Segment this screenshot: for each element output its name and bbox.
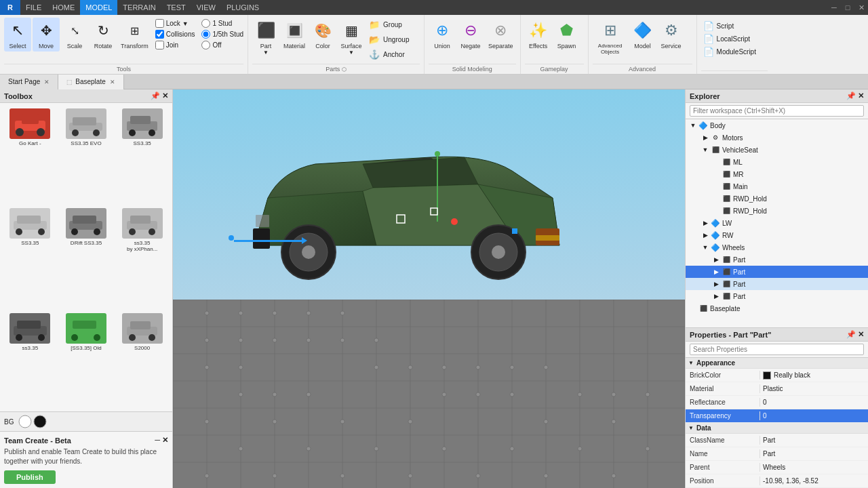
tab-close-start-page[interactable]: ✕ <box>44 79 50 85</box>
viewport[interactable] <box>173 89 685 488</box>
local-script-button[interactable]: 📄 LocalScript <box>701 33 752 45</box>
explorer-pin-button[interactable]: 📌 <box>846 92 856 100</box>
toolbox-item-ss335b[interactable]: SS3.35 <box>3 205 58 310</box>
tree-item-body[interactable]: ▼ 🔷 Body <box>686 119 868 131</box>
position-value[interactable]: -10.98, 1.36, -8.52 <box>760 476 868 485</box>
module-script-button[interactable]: 📄 ModuleScript <box>701 46 758 58</box>
ml-expand[interactable] <box>711 157 721 167</box>
effects-button[interactable]: ✨ Effects <box>525 18 552 52</box>
toolbox-item-ss335c[interactable]: ss3.35 <box>3 310 58 409</box>
tree-item-ml[interactable]: ⬛ ML <box>686 156 868 168</box>
menu-item-view[interactable]: VIEW <box>191 0 221 15</box>
toolbox-item-old[interactable]: [SS3.35] Old <box>59 310 114 409</box>
stud-1-radio[interactable]: 1 Stud <box>201 19 243 28</box>
tree-item-lw[interactable]: ▶ 🔷 LW <box>686 217 868 229</box>
negate-button[interactable]: ⊖ Negate <box>457 18 484 52</box>
tree-item-part1[interactable]: ▶ ⬛ Part <box>686 253 868 266</box>
stud-off-radio[interactable]: Off <box>201 41 243 49</box>
explorer-close-button[interactable]: ✕ <box>858 92 864 100</box>
toolbox-item-ss335a[interactable]: SS3.35 <box>115 106 170 204</box>
collisions-checkbox[interactable]: Collisions <box>155 30 195 39</box>
properties-search-input[interactable] <box>690 344 864 355</box>
tree-item-motors[interactable]: ▶ ⚙ Motors <box>686 131 868 144</box>
parent-value[interactable]: Wheels <box>760 463 868 472</box>
team-create-close[interactable]: ✕ <box>162 436 168 444</box>
main-expand[interactable] <box>711 182 721 191</box>
model-button[interactable]: 🔷 Model <box>629 18 656 52</box>
data-section-header[interactable]: ▼ Data <box>686 423 868 434</box>
toolbox-item-gokart[interactable]: Go Kart - <box>3 106 58 204</box>
scale-button[interactable]: ⤡ Scale <box>61 18 88 52</box>
tree-item-part3[interactable]: ▶ ⬛ Part <box>686 278 868 290</box>
menu-item-file[interactable]: FILE <box>20 0 47 15</box>
tree-item-part2[interactable]: ▶ ⬛ Part <box>686 266 868 278</box>
appearance-section-header[interactable]: ▼ Appearance <box>686 358 868 369</box>
toolbox-item-drift[interactable]: DRift SS3.35 <box>59 205 114 310</box>
bg-black-circle[interactable] <box>33 414 47 429</box>
menu-item-model[interactable]: MODEL <box>80 0 117 15</box>
tree-item-wheels[interactable]: ▼ 🔷 Wheels <box>686 241 868 253</box>
script-button[interactable]: 📄 Script <box>701 20 736 32</box>
close-button[interactable]: ✕ <box>854 0 868 15</box>
tree-item-rwd-hold2[interactable]: ⬛ RWD_Hold <box>686 205 868 217</box>
tree-item-main[interactable]: ⬛ Main <box>686 180 868 192</box>
material-button[interactable]: 🔳 Material <box>281 18 308 52</box>
transform-button[interactable]: ⊞ Transform <box>118 18 151 52</box>
spawn-button[interactable]: ⬟ Spawn <box>553 18 580 52</box>
ungroup-button[interactable]: 📂 Ungroup <box>366 33 411 46</box>
publish-button[interactable]: Publish <box>4 470 56 484</box>
join-checkbox[interactable]: Join <box>155 41 195 49</box>
lock-checkbox[interactable]: Lock ▼ <box>155 19 195 28</box>
part4-expand[interactable]: ▶ <box>711 291 721 301</box>
body-expand[interactable]: ▼ <box>688 121 698 130</box>
menu-item-home[interactable]: HOME <box>47 0 80 15</box>
classname-value[interactable]: Part <box>760 436 868 445</box>
tab-close-baseplate[interactable]: ✕ <box>110 79 115 85</box>
surface-button[interactable]: ▦ Surface ▼ <box>338 18 365 58</box>
menu-item-terrain[interactable]: TERRAIN <box>117 0 161 15</box>
name-value[interactable]: Part <box>760 449 868 458</box>
separate-button[interactable]: ⊗ Separate <box>486 18 516 52</box>
reflectance-value[interactable]: 0 <box>760 398 868 407</box>
toolbox-item-s2000[interactable]: S2000 <box>115 310 170 409</box>
select-button[interactable]: ↖ Select <box>4 18 31 52</box>
anchor-button[interactable]: ⚓ Anchor <box>366 47 411 61</box>
baseplate-expand[interactable] <box>688 304 698 313</box>
properties-pin-button[interactable]: 📌 <box>846 330 856 339</box>
rwd-hold1-expand[interactable] <box>711 194 721 203</box>
bg-white-circle[interactable] <box>18 414 33 429</box>
menu-item-plugins[interactable]: PLUGINS <box>221 0 264 15</box>
menu-item-test[interactable]: TEST <box>161 0 191 15</box>
toolbox-close-button[interactable]: ✕ <box>162 92 168 100</box>
explorer-search-input[interactable] <box>690 105 864 117</box>
service-button[interactable]: ⚙ Service <box>658 18 685 52</box>
part3-expand[interactable]: ▶ <box>711 279 721 289</box>
motors-expand[interactable]: ▶ <box>701 133 710 142</box>
move-button[interactable]: ✥ Move <box>33 18 60 52</box>
team-create-minimize[interactable]: ─ <box>155 436 160 444</box>
advanced-objects-button[interactable]: ⊞ Advanced Objects <box>593 18 628 57</box>
rw-expand[interactable]: ▶ <box>701 230 710 240</box>
toolbox-item-ss335evo[interactable]: SS3.35 EVO <box>59 106 114 204</box>
tree-item-part4[interactable]: ▶ ⬛ Part <box>686 290 868 302</box>
tree-item-baseplate[interactable]: ⬛ Baseplate <box>686 302 868 314</box>
color-button[interactable]: 🎨 Color <box>309 18 336 52</box>
tree-item-rw[interactable]: ▶ 🔷 RW <box>686 229 868 241</box>
transparency-row[interactable]: Transparency 0 <box>686 409 868 423</box>
union-button[interactable]: ⊕ Union <box>429 18 456 52</box>
rotate-button[interactable]: ↻ Rotate <box>90 18 117 52</box>
part-button[interactable]: ⬛ Part ▼ <box>252 18 279 58</box>
vehicleseat-expand[interactable]: ▼ <box>701 145 710 155</box>
maximize-button[interactable]: □ <box>841 0 854 15</box>
properties-close-button[interactable]: ✕ <box>858 330 864 339</box>
toolbox-item-xxphan[interactable]: ss3.35 by xXPhan... <box>115 205 170 310</box>
tree-item-vehicleseat[interactable]: ▼ ⬛ VehicleSeat <box>686 144 868 156</box>
material-prop-value[interactable]: Plastic <box>760 384 868 393</box>
group-button[interactable]: 📁 Group <box>366 18 411 31</box>
lw-expand[interactable]: ▶ <box>701 218 710 228</box>
rwd-hold2-expand[interactable] <box>711 206 721 216</box>
tree-item-mr[interactable]: ⬛ MR <box>686 168 868 180</box>
tab-baseplate[interactable]: ⬚ Baseplate ✕ <box>58 75 123 89</box>
brickcolor-value[interactable]: Really black <box>760 371 868 380</box>
part2-expand[interactable]: ▶ <box>711 267 721 277</box>
